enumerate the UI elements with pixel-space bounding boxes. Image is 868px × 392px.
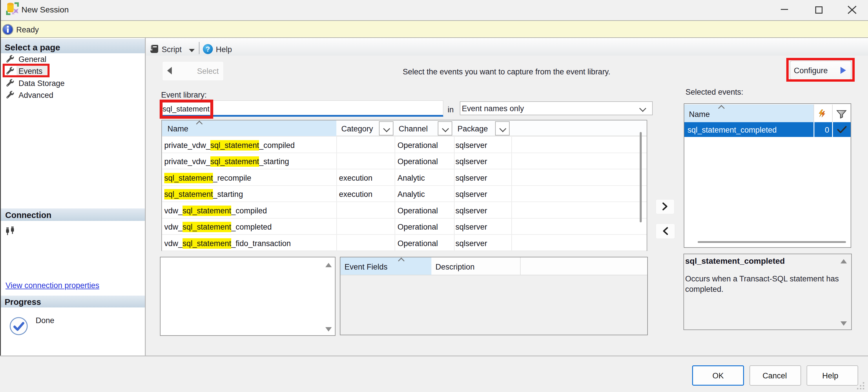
svg-text:?: ? [206,45,210,53]
